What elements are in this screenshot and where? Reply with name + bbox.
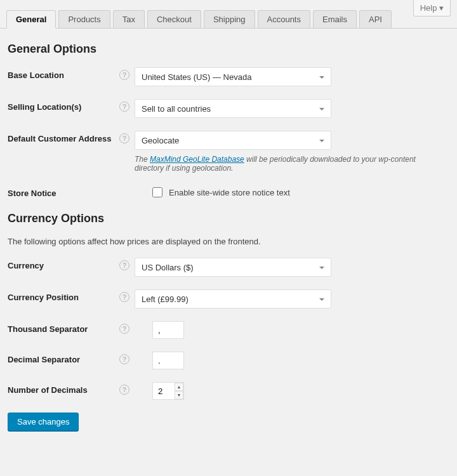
currency-position-select[interactable]: Left (£99.99) [135,289,331,308]
save-changes-button[interactable]: Save changes [8,413,79,431]
help-icon[interactable]: ? [119,260,129,270]
help-icon[interactable]: ? [119,324,129,334]
help-icon[interactable]: ? [119,70,129,80]
store-notice-label: Store Notice [8,188,56,198]
currency-position-label: Currency Position [8,293,79,302]
help-icon[interactable]: ? [119,354,129,364]
tab-shipping[interactable]: Shipping [204,10,255,28]
help-tab[interactable]: Help ▾ [413,0,451,17]
decimal-separator-label: Decimal Separator [8,355,80,364]
number-of-decimals-label: Number of Decimals [8,385,88,395]
tab-products[interactable]: Products [58,10,110,28]
tab-tax[interactable]: Tax [113,10,145,28]
tab-general[interactable]: General [6,10,56,29]
decimal-separator-input[interactable] [152,352,184,369]
default-customer-address-select[interactable]: Geolocate [135,131,331,150]
help-icon[interactable]: ? [119,292,129,302]
base-location-label: Base Location [8,70,64,80]
default-customer-address-label: Default Customer Address [8,134,112,143]
selling-locations-label: Selling Location(s) [8,102,81,112]
currency-options-description: The following options affect how prices … [8,237,449,246]
maxmind-link[interactable]: MaxMind GeoLite Database [150,155,244,164]
thousand-separator-input[interactable] [152,321,184,339]
store-notice-checkbox[interactable] [152,187,162,197]
tab-checkout[interactable]: Checkout [147,10,201,28]
currency-options-heading: Currency Options [8,212,449,225]
tab-emails[interactable]: Emails [313,10,357,28]
spinner-down-icon[interactable]: ▼ [175,391,183,399]
spinner-up-icon[interactable]: ▲ [175,383,183,391]
currency-label: Currency [8,261,44,270]
thousand-separator-label: Thousand Separator [8,324,88,334]
help-icon[interactable]: ? [119,133,129,143]
help-icon[interactable]: ? [119,102,129,112]
store-notice-checkbox-label: Enable site-wide store notice text [169,188,290,197]
base-location-select[interactable]: United States (US) — Nevada [135,67,331,86]
general-options-heading: General Options [8,43,449,56]
currency-select[interactable]: US Dollars ($) [135,258,331,277]
tab-accounts[interactable]: Accounts [258,10,310,28]
selling-locations-select[interactable]: Sell to all countries [135,99,331,118]
help-icon[interactable]: ? [119,385,129,395]
geolocate-hint: The MaxMind GeoLite Database will be per… [135,155,439,173]
tab-api[interactable]: API [359,10,392,28]
settings-tabs: General Products Tax Checkout Shipping A… [0,0,457,29]
